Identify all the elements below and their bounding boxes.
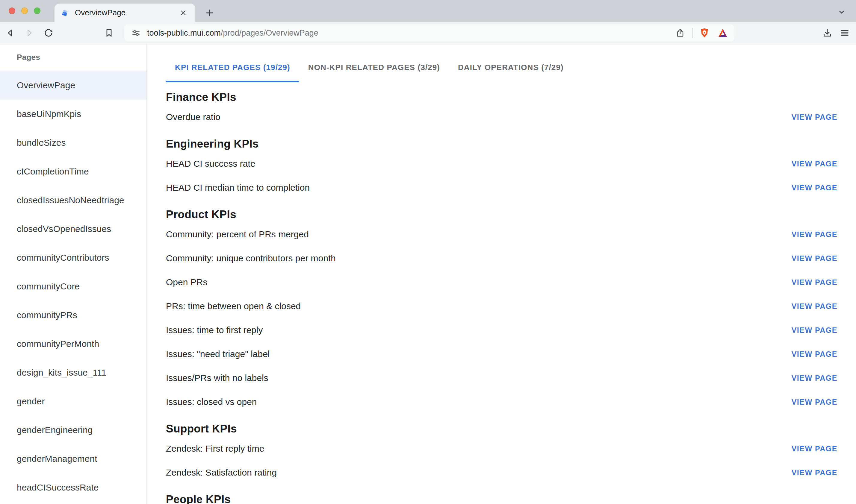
sidebar-item-genderEngineering[interactable]: genderEngineering (0, 416, 146, 445)
new-tab-button[interactable] (202, 5, 217, 21)
sidebar-item-closedVsOpenedIssues[interactable]: closedVsOpenedIssues (0, 215, 146, 243)
kpi-label: HEAD CI success rate (166, 159, 255, 169)
kpi-row: Issues/PRs with no labelsVIEW PAGE (166, 366, 837, 390)
kpi-label: Open PRs (166, 277, 207, 287)
section-heading: Product KPIs (166, 207, 837, 222)
sidebar-item-headCISuccessRate[interactable]: headCISuccessRate (0, 473, 146, 502)
sidebar-item-cICompletionTime[interactable]: cICompletionTime (0, 157, 146, 186)
kpi-label: Community: percent of PRs merged (166, 229, 309, 239)
kpi-row: HEAD CI success rateVIEW PAGE (166, 152, 837, 176)
sidebar-item-bundleSizes[interactable]: bundleSizes (0, 128, 146, 157)
tab-close-icon[interactable] (177, 7, 189, 19)
forward-icon[interactable] (22, 26, 37, 40)
sidebar-item-communityPerMonth[interactable]: communityPerMonth (0, 329, 146, 358)
browser-toolbar: tools-public.mui.com/prod/pages/Overview… (0, 22, 856, 44)
kpi-row: Issues: "need triage" labelVIEW PAGE (166, 342, 837, 366)
view-page-link[interactable]: VIEW PAGE (792, 374, 837, 382)
window-minimize-button[interactable] (21, 7, 28, 14)
sidebar-item-design_kits_issue_111[interactable]: design_kits_issue_111 (0, 358, 146, 387)
kpi-row: Community: percent of PRs mergedVIEW PAG… (166, 222, 837, 246)
kpi-row: Zendesk: First reply timeVIEW PAGE (166, 437, 837, 461)
window-close-button[interactable] (9, 7, 15, 14)
hamburger-menu-icon[interactable] (837, 26, 852, 40)
sidebar-item-communityContributors[interactable]: communityContributors (0, 243, 146, 272)
kpi-row: Community: unique contributors per month… (166, 246, 837, 270)
view-page-link[interactable]: VIEW PAGE (792, 183, 837, 192)
kpi-label: Community: unique contributors per month (166, 253, 336, 263)
browser-tab-strip: OverviewPage (0, 0, 856, 22)
tab-title: OverviewPage (75, 8, 177, 17)
share-icon[interactable] (675, 28, 685, 38)
kpi-label: Overdue ratio (166, 112, 221, 122)
kpi-label: Issues: "need triage" label (166, 349, 270, 359)
kpi-label: HEAD CI median time to completion (166, 183, 310, 193)
toolbar-separator (693, 28, 693, 38)
back-icon[interactable] (3, 26, 17, 40)
view-page-link[interactable]: VIEW PAGE (792, 160, 837, 168)
view-page-link[interactable]: VIEW PAGE (792, 278, 837, 287)
view-page-link[interactable]: VIEW PAGE (792, 254, 837, 263)
sidebar-header: Pages (0, 44, 146, 71)
brave-shield-icon[interactable] (700, 28, 709, 38)
mui-favicon-icon (60, 8, 70, 18)
url-path: /prod/pages/OverviewPage (221, 29, 318, 37)
sidebar-item-OverviewPage[interactable]: OverviewPage (0, 71, 146, 100)
sidebar-item-gender[interactable]: gender (0, 387, 146, 416)
kpi-row: PRs: time between open & closedVIEW PAGE (166, 294, 837, 318)
main-content: KPI RELATED PAGES (19/29)NON-KPI RELATED… (147, 44, 856, 504)
window-controls (9, 7, 40, 14)
view-page-link[interactable]: VIEW PAGE (792, 445, 837, 453)
sidebar-item-baseUiNpmKpis[interactable]: baseUiNpmKpis (0, 100, 146, 128)
section-heading: Finance KPIs (166, 89, 837, 105)
kpi-label: PRs: time between open & closed (166, 301, 301, 311)
sidebar-item-communityCore[interactable]: communityCore (0, 272, 146, 301)
tab-daily-operations-7-29[interactable]: DAILY OPERATIONS (7/29) (449, 52, 573, 82)
app-window: Pages OverviewPagebaseUiNpmKpisbundleSiz… (0, 44, 856, 504)
sidebar-item-genderManagement[interactable]: genderManagement (0, 445, 146, 473)
view-page-link[interactable]: VIEW PAGE (792, 468, 837, 477)
url-domain: tools-public.mui.com (147, 29, 221, 37)
bookmark-icon[interactable] (102, 26, 116, 40)
sidebar-item-closedIssuesNoNeedtriage[interactable]: closedIssuesNoNeedtriage (0, 186, 146, 215)
main-tabs: KPI RELATED PAGES (19/29)NON-KPI RELATED… (166, 52, 856, 82)
tab-kpi-related-pages-19-29[interactable]: KPI RELATED PAGES (19/29) (166, 52, 299, 82)
view-page-link[interactable]: VIEW PAGE (792, 398, 837, 407)
kpi-list: Finance KPIsOverdue ratioVIEW PAGEEngine… (166, 89, 856, 504)
download-icon[interactable] (820, 26, 835, 40)
section-heading: Support KPIs (166, 421, 837, 437)
kpi-row: Zendesk: Satisfaction ratingVIEW PAGE (166, 461, 837, 485)
kpi-row: Overdue ratioVIEW PAGE (166, 105, 837, 129)
kpi-label: Zendesk: Satisfaction rating (166, 467, 277, 478)
view-page-link[interactable]: VIEW PAGE (792, 230, 837, 239)
url-text: tools-public.mui.com/prod/pages/Overview… (147, 29, 675, 38)
view-page-link[interactable]: VIEW PAGE (792, 302, 837, 311)
url-bar[interactable]: tools-public.mui.com/prod/pages/Overview… (124, 24, 734, 41)
kpi-label: Issues: time to first reply (166, 325, 263, 335)
sidebar-list: OverviewPagebaseUiNpmKpisbundleSizescICo… (0, 71, 146, 502)
kpi-label: Issues/PRs with no labels (166, 373, 268, 383)
window-zoom-button[interactable] (34, 7, 40, 14)
kpi-label: Issues: closed vs open (166, 397, 257, 407)
site-settings-tune-icon[interactable] (131, 28, 141, 38)
tab-non-kpi-related-pages-3-29[interactable]: NON-KPI RELATED PAGES (3/29) (299, 52, 449, 82)
sidebar-item-communityPRs[interactable]: communityPRs (0, 301, 146, 329)
tab-search-chevron-down-icon[interactable] (834, 4, 850, 20)
browser-tab-overviewpage[interactable]: OverviewPage (54, 4, 195, 22)
kpi-row: HEAD CI median time to completionVIEW PA… (166, 176, 837, 200)
kpi-row: Issues: closed vs openVIEW PAGE (166, 390, 837, 414)
kpi-row: Issues: time to first replyVIEW PAGE (166, 318, 837, 342)
bat-rewards-icon[interactable] (718, 28, 728, 38)
kpi-row: Open PRsVIEW PAGE (166, 270, 837, 294)
reload-icon[interactable] (41, 26, 56, 40)
kpi-label: Zendesk: First reply time (166, 444, 264, 454)
section-heading: Engineering KPIs (166, 136, 837, 152)
view-page-link[interactable]: VIEW PAGE (792, 113, 837, 122)
view-page-link[interactable]: VIEW PAGE (792, 326, 837, 335)
view-page-link[interactable]: VIEW PAGE (792, 350, 837, 359)
section-heading: People KPIs (166, 492, 837, 504)
pages-sidebar: Pages OverviewPagebaseUiNpmKpisbundleSiz… (0, 44, 147, 504)
